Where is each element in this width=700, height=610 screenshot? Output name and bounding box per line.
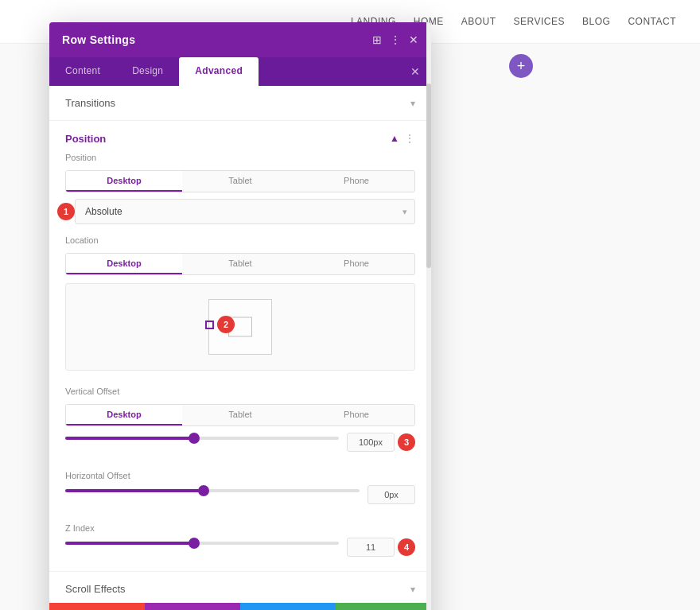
position-title: Position [65,133,106,145]
vertical-slider-thumb[interactable] [189,433,200,444]
location-grid-container[interactable]: 2 [65,283,415,371]
vertical-offset-section: Vertical Offset Desktop Tablet Phone 100… [65,371,415,455]
tab-advanced[interactable]: Advanced [179,57,259,86]
position-section: Position ▲ ⋮ Position Desktop Tablet Pho… [49,121,431,572]
horizontal-offset-slider-row: 0px [65,485,415,504]
modal-action-bar: ✕ ↺ ↻ ✓ [49,603,431,610]
tab-content[interactable]: Content [49,57,116,86]
modal-body: Transitions ▾ Position ▲ ⋮ Position Desk… [49,86,431,603]
step-2-badge: 2 [217,316,235,333]
vertical-phone-tab[interactable]: Phone [298,405,414,425]
position-select-wrap: 1 Absolute Relative Fixed ▾ [65,199,415,224]
row-settings-modal: Row Settings ⊞ ⋮ ✕ Content Design Advanc… [49,22,431,610]
save-button[interactable]: ✓ [336,603,431,610]
cancel-button[interactable]: ✕ [49,603,145,610]
nav-about[interactable]: ABOUT [461,16,496,27]
z-index-slider-row: 11 4 [65,538,415,557]
nav-blog[interactable]: BLOG [582,16,610,27]
step-4-badge: 4 [398,538,415,556]
vertical-desktop-tab[interactable]: Desktop [66,405,182,425]
settings-icon[interactable]: ⋮ [390,33,401,46]
close-icon[interactable]: ✕ [409,33,418,46]
vertical-value-wrap: 100px 3 [347,433,415,452]
nav-contact[interactable]: CONTACT [628,16,676,27]
horizontal-slider-fill [65,489,204,492]
z-index-slider[interactable] [65,542,339,553]
nav-services[interactable]: SERVICES [514,16,565,27]
location-phone-tab[interactable]: Phone [298,254,414,274]
transitions-section: Transitions ▾ [49,86,431,121]
position-header: Position ▲ ⋮ [65,132,415,145]
transitions-header[interactable]: Transitions ▾ [65,97,415,109]
step-3-badge: 3 [398,433,415,451]
position-actions: ▲ ⋮ [390,132,415,145]
location-tablet-tab[interactable]: Tablet [182,254,298,274]
z-index-slider-fill [65,542,194,545]
modal-header-icons: ⊞ ⋮ ✕ [372,33,418,46]
scroll-effects-arrow: ▾ [410,584,415,595]
position-select[interactable]: Absolute Relative Fixed [75,199,415,224]
position-tablet-tab[interactable]: Tablet [182,171,298,192]
horizontal-offset-label: Horizontal Offset [65,471,415,480]
position-label: Position [65,153,415,162]
z-index-value[interactable]: 11 [347,538,395,557]
expand-icon[interactable]: ⊞ [372,33,382,46]
tab-design[interactable]: Design [116,57,179,86]
transitions-title: Transitions [65,97,115,109]
vertical-offset-value[interactable]: 100px [347,433,395,452]
location-cursor [205,321,214,329]
modal-scrollbar[interactable] [426,86,431,603]
transitions-arrow: ▾ [410,98,415,109]
horizontal-offset-section: Horizontal Offset 0px [65,455,415,507]
location-desktop-tab[interactable]: Desktop [66,254,182,274]
modal-tabs: Content Design Advanced ✕ [49,57,431,86]
vertical-offset-device-tabs: Desktop Tablet Phone [65,404,415,426]
modal-title: Row Settings [62,33,135,46]
redo-button[interactable]: ↻ [240,603,336,610]
vertical-tablet-tab[interactable]: Tablet [182,405,298,425]
add-section-button[interactable]: + [509,54,533,78]
scroll-effects-section: Scroll Effects ▾ [49,572,431,603]
position-phone-tab[interactable]: Phone [298,171,414,192]
horizontal-slider-thumb[interactable] [198,485,209,496]
z-index-section: Z Index 11 4 [65,507,415,560]
position-menu-icon[interactable]: ⋮ [404,132,415,145]
vertical-offset-slider[interactable] [65,437,339,448]
z-index-value-wrap: 11 4 [347,538,415,557]
position-desktop-tab[interactable]: Desktop [66,171,182,192]
vertical-offset-label: Vertical Offset [65,387,415,396]
scroll-thumb[interactable] [426,86,431,268]
scroll-effects-header[interactable]: Scroll Effects ▾ [65,583,415,595]
scroll-effects-title: Scroll Effects [65,583,126,595]
location-device-tabs: Desktop Tablet Phone [65,253,415,275]
location-label: Location [65,235,415,245]
horizontal-offset-value[interactable]: 0px [368,485,415,504]
undo-button[interactable]: ↺ [145,603,240,610]
horizontal-offset-slider[interactable] [65,489,360,500]
position-device-tabs: Desktop Tablet Phone [65,170,415,192]
position-dropdown[interactable]: Absolute Relative Fixed ▾ [75,199,415,224]
z-index-label: Z Index [65,523,415,533]
step-1-badge: 1 [57,203,75,220]
vertical-slider-fill [65,437,194,440]
vertical-offset-slider-row: 100px 3 [65,433,415,452]
position-arrow-up[interactable]: ▲ [390,133,399,144]
modal-header: Row Settings ⊞ ⋮ ✕ [49,22,431,57]
z-index-slider-thumb[interactable] [189,538,200,549]
